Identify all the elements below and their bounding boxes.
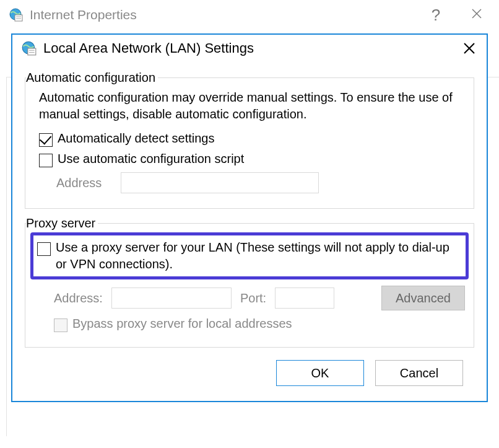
bypass-local-checkbox xyxy=(54,318,67,332)
proxy-server-legend: Proxy server xyxy=(26,216,98,231)
close-icon xyxy=(463,42,475,55)
svg-rect-7 xyxy=(28,48,36,55)
bypass-local-row: Bypass proxy server for local addresses xyxy=(54,317,465,332)
proxy-address-row: Address: Port: Advanced xyxy=(54,286,465,310)
dialog-button-row: OK Cancel xyxy=(25,348,474,390)
lan-settings-dialog: Local Area Network (LAN) Settings Automa… xyxy=(11,33,488,402)
dialog-title: Local Area Network (LAN) Settings xyxy=(43,40,461,56)
ok-button[interactable]: OK xyxy=(276,360,364,386)
bypass-local-label: Bypass proxy server for local addresses xyxy=(72,317,292,331)
close-icon xyxy=(472,9,482,22)
parent-window-titlebar: Internet Properties ? xyxy=(0,0,499,27)
auto-detect-row[interactable]: Automatically detect settings xyxy=(39,131,461,147)
auto-detect-label: Automatically detect settings xyxy=(58,131,214,146)
help-button[interactable]: ? xyxy=(421,5,451,25)
svg-rect-1 xyxy=(15,15,22,21)
internet-options-icon xyxy=(21,40,37,56)
use-script-checkbox[interactable] xyxy=(39,154,53,167)
dialog-titlebar: Local Area Network (LAN) Settings xyxy=(12,35,487,63)
proxy-port-label: Port: xyxy=(240,291,266,305)
parent-window-title: Internet Properties xyxy=(30,7,421,22)
dialog-close-button[interactable] xyxy=(461,40,478,57)
automatic-configuration-legend: Automatic configuration xyxy=(26,71,158,85)
proxy-port-input xyxy=(275,288,334,309)
internet-options-icon xyxy=(9,7,24,22)
auto-detect-checkbox[interactable] xyxy=(39,133,53,147)
proxy-address-input xyxy=(111,288,232,309)
automatic-configuration-description: Automatic configuration may override man… xyxy=(39,89,461,123)
automatic-configuration-group: Automatic configuration Automatic config… xyxy=(25,71,474,209)
cancel-button[interactable]: Cancel xyxy=(375,360,463,386)
use-script-row[interactable]: Use automatic configuration script xyxy=(39,152,461,167)
use-proxy-row[interactable]: Use a proxy server for your LAN (These s… xyxy=(37,239,461,273)
script-address-label: Address xyxy=(56,176,110,190)
use-proxy-checkbox[interactable] xyxy=(37,242,51,256)
use-proxy-label: Use a proxy server for your LAN (These s… xyxy=(56,239,461,273)
script-address-input xyxy=(121,172,319,193)
use-proxy-highlight: Use a proxy server for your LAN (These s… xyxy=(30,232,469,279)
use-script-label: Use automatic configuration script xyxy=(58,152,244,166)
script-address-row: Address xyxy=(56,172,461,193)
proxy-server-group: Proxy server Use a proxy server for your… xyxy=(25,216,474,348)
proxy-address-label: Address: xyxy=(54,291,103,305)
advanced-button: Advanced xyxy=(381,286,465,310)
parent-close-button[interactable] xyxy=(462,5,492,25)
